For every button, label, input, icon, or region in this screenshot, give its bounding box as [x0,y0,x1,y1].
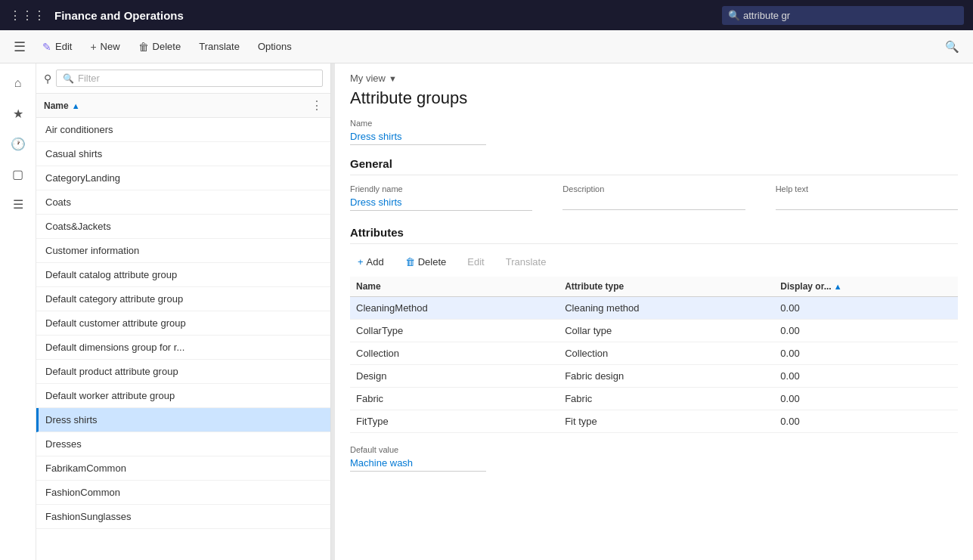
list-item[interactable]: FashionCommon [36,481,330,505]
list-item[interactable]: Coats&Jackets [36,215,330,239]
name-label: Name [350,119,958,128]
attr-order-cell: 0.00 [774,320,958,342]
attribute-row[interactable]: CleaningMethod Cleaning method 0.00 [350,297,958,320]
main-toolbar: ☰ ✎ Edit + New 🗑 Delete Translate Option… [0,30,973,63]
attributes-table: Name Attribute type Display or... ▲ [350,277,958,433]
attr-name-cell: CleaningMethod [350,297,559,320]
top-bar: ⋮⋮⋮ Finance and Operations 🔍 [0,0,973,30]
new-icon: + [90,41,96,53]
grid-apps-icon[interactable]: ⋮⋮⋮ [9,8,45,23]
filter-input-wrapper: 🔍 [56,70,323,87]
help-text-label: Help text [776,184,958,193]
col-attribute-type-header[interactable]: Attribute type [559,277,774,297]
col-display-order-header[interactable]: Display or... ▲ [774,277,958,297]
favorites-icon[interactable]: ★ [5,100,32,127]
name-value[interactable]: Dress shirts [350,131,486,145]
my-view-selector[interactable]: My view ▼ [350,73,958,84]
attr-name-cell: Fabric [350,388,559,410]
attributes-section-title: Attributes [350,226,958,244]
attributes-toolbar: + Add 🗑 Delete Edit Translate [350,253,958,271]
list-item[interactable]: Default worker attribute group [36,384,330,408]
help-text-value[interactable] [776,196,958,210]
list-item[interactable]: Customer information [36,239,330,263]
help-text-field: Help text [776,184,958,211]
attr-order-cell: 0.00 [774,297,958,320]
filter-search-icon: 🔍 [63,73,74,84]
attr-order-cell: 0.00 [774,410,958,433]
delete-button[interactable]: 🗑 Delete [131,37,189,57]
detail-panel: My view ▼ Attribute groups Name Dress sh… [335,63,973,560]
list-item[interactable]: Default catalog attribute group [36,263,330,287]
list-item[interactable]: Default product attribute group [36,360,330,384]
attr-add-button[interactable]: + Add [350,253,392,271]
list-panel: ⚲ 🔍 Name ▲ ⋮ Air conditionersCasual shir… [36,63,331,560]
translate-button[interactable]: Translate [191,37,247,56]
home-icon[interactable]: ⌂ [5,70,32,97]
description-field: Description [562,184,745,211]
list-item[interactable]: Default dimensions group for r... [36,336,330,360]
list-header-more-icon[interactable]: ⋮ [311,98,323,113]
attr-name-cell: Collection [350,342,559,365]
top-search-input[interactable] [722,6,964,25]
attribute-row[interactable]: CollarType Collar type 0.00 [350,320,958,342]
attribute-row[interactable]: Design Fabric design 0.00 [350,365,958,388]
name-field-group: Name Dress shirts [350,119,958,145]
attributes-section: Attributes + Add 🗑 Delete Edit Translate [350,226,958,472]
top-search-wrapper: 🔍 [722,6,964,25]
attr-type-cell: Collar type [559,320,774,342]
attr-delete-icon: 🗑 [405,256,415,268]
list-item[interactable]: Dresses [36,432,330,456]
friendly-name-value[interactable]: Dress shirts [350,196,532,211]
list-items: Air conditionersCasual shirtsCategoryLan… [36,118,330,560]
list-item[interactable]: CategoryLanding [36,166,330,190]
attr-type-cell: Fit type [559,410,774,433]
default-value-label: Default value [350,445,958,454]
list-item[interactable]: Default customer attribute group [36,311,330,336]
attr-delete-button[interactable]: 🗑 Delete [398,253,454,271]
list-item[interactable]: Dress shirts [36,408,330,432]
sort-display-order-icon: ▲ [834,282,842,291]
page-title: Attribute groups [350,88,958,108]
description-label: Description [562,184,745,193]
list-item[interactable]: Casual shirts [36,142,330,166]
edit-button[interactable]: ✎ Edit [35,37,79,57]
attribute-row[interactable]: Fabric Fabric 0.00 [350,388,958,410]
list-item[interactable]: Air conditioners [36,118,330,142]
list-item[interactable]: Coats [36,190,330,215]
friendly-name-field: Friendly name Dress shirts [350,184,532,211]
options-button[interactable]: Options [250,37,299,56]
nav-toggle-icon[interactable]: ☰ [8,35,32,59]
list-item[interactable]: FashionSunglasses [36,505,330,529]
filter-input[interactable] [78,73,316,84]
list-column-name[interactable]: Name ▲ [44,101,311,111]
attr-type-cell: Collection [559,342,774,365]
attr-edit-button[interactable]: Edit [460,253,491,271]
delete-icon: 🗑 [138,41,149,53]
attr-name-cell: FitType [350,410,559,433]
main-content: ⌂ ★ 🕐 ▢ ☰ ⚲ 🔍 Name ▲ ⋮ Air conditionersC… [0,63,973,560]
general-section: General Friendly name Dress shirts Descr… [350,157,958,211]
attr-order-cell: 0.00 [774,342,958,365]
filter-icon[interactable]: ⚲ [44,73,51,85]
attr-order-cell: 0.00 [774,388,958,410]
attr-translate-button[interactable]: Translate [498,253,554,271]
my-view-chevron: ▼ [389,74,397,83]
new-button[interactable]: + New [82,37,127,57]
attribute-row[interactable]: FitType Fit type 0.00 [350,410,958,433]
description-value[interactable] [562,196,745,210]
default-value-value[interactable]: Machine wash [350,457,486,472]
list-item[interactable]: FabrikamCommon [36,456,330,481]
attr-type-cell: Fabric [559,388,774,410]
col-name-header[interactable]: Name [350,277,559,297]
attr-type-cell: Fabric design [559,365,774,388]
attribute-row[interactable]: Collection Collection 0.00 [350,342,958,365]
attr-type-cell: Cleaning method [559,297,774,320]
list-item[interactable]: Default category attribute group [36,287,330,311]
list-header: Name ▲ ⋮ [36,94,330,118]
edit-icon: ✎ [42,41,51,53]
friendly-name-label: Friendly name [350,184,532,193]
recent-icon[interactable]: 🕐 [5,130,32,157]
workspaces-icon[interactable]: ▢ [5,160,32,187]
toolbar-search-button[interactable]: 🔍 [939,36,965,57]
modules-icon[interactable]: ☰ [5,190,32,218]
